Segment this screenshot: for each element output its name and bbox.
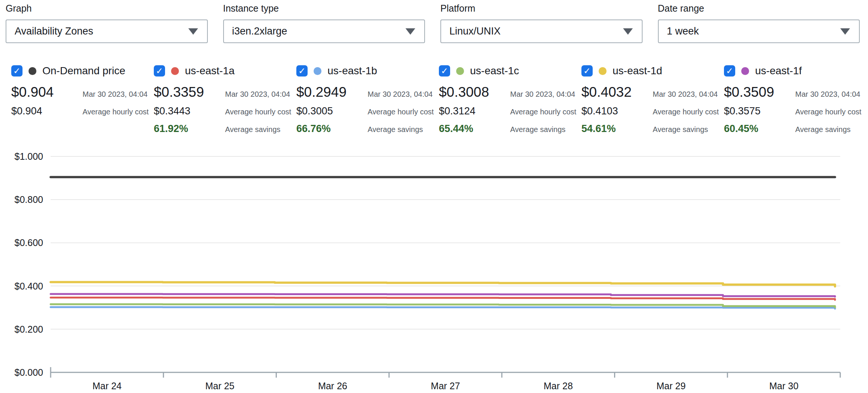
series-checkbox[interactable]: ✓ xyxy=(11,65,23,76)
series-checkbox[interactable]: ✓ xyxy=(439,65,450,76)
latest-price-date: Mar 30 2023, 04:04 xyxy=(510,90,575,99)
platform-select-value: Linux/UNIX xyxy=(449,26,501,37)
latest-price-row: $0.2949 Mar 30 2023, 04:04 xyxy=(296,84,439,100)
x-axis-tick-label: Mar 30 xyxy=(769,381,799,391)
y-axis-tick-label: $0.400 xyxy=(15,281,43,291)
legend-item: ✓ us-east-1f $0.3509 Mar 30 2023, 04:04 … xyxy=(724,64,866,135)
latest-price-date: Mar 30 2023, 04:04 xyxy=(795,90,860,99)
avg-cost-label: Average hourly cost xyxy=(653,108,719,116)
latest-price-row: $0.904 Mar 30 2023, 04:04 xyxy=(11,84,154,100)
latest-price-row: $0.3008 Mar 30 2023, 04:04 xyxy=(439,84,581,100)
legend-item-header: ✓ us-east-1c xyxy=(439,64,581,78)
latest-price-value: $0.4032 xyxy=(581,84,653,100)
platform-select[interactable]: Linux/UNIX xyxy=(440,20,643,43)
series-line-us-east-1a xyxy=(51,297,835,300)
chevron-down-icon xyxy=(405,28,415,34)
series-checkbox[interactable]: ✓ xyxy=(724,65,735,76)
series-name: us-east-1f xyxy=(755,65,802,77)
series-name: us-east-1c xyxy=(470,65,519,77)
latest-price-date: Mar 30 2023, 04:04 xyxy=(653,90,718,99)
avg-cost-label: Average hourly cost xyxy=(368,108,434,116)
latest-price-value: $0.2949 xyxy=(296,84,368,100)
avg-cost-label: Average hourly cost xyxy=(225,108,291,116)
avg-savings-value: 65.44% xyxy=(439,123,510,135)
series-checkbox[interactable]: ✓ xyxy=(296,65,308,76)
x-axis-tick-label: Mar 29 xyxy=(656,381,686,391)
avg-savings-row: 65.44% Average savings xyxy=(439,123,581,135)
series-name: us-east-1a xyxy=(185,65,234,77)
y-axis-tick-label: $0.800 xyxy=(15,194,43,205)
control-date-range: Date range 1 week xyxy=(658,3,860,43)
instance-type-label: Instance type xyxy=(223,3,425,14)
graph-label: Graph xyxy=(6,3,208,14)
series-color-dot-icon xyxy=(29,67,36,75)
y-axis-tick-label: $0.200 xyxy=(15,324,43,334)
series-name: On-Demand price xyxy=(42,65,125,77)
graph-select[interactable]: Availability Zones xyxy=(6,20,208,43)
series-name: us-east-1b xyxy=(327,65,377,77)
series-line-us-east-1f xyxy=(51,294,835,297)
avg-cost-row: $0.3124 Average hourly cost xyxy=(439,105,581,117)
y-axis-tick-label: $0.000 xyxy=(15,367,43,378)
avg-savings-value: 60.45% xyxy=(724,123,795,135)
filter-controls: Graph Availability Zones Instance type i… xyxy=(6,3,860,43)
latest-price-value: $0.904 xyxy=(11,84,83,100)
latest-price-date: Mar 30 2023, 04:04 xyxy=(368,90,432,99)
series-color-dot-icon xyxy=(314,67,321,75)
avg-savings-value: 54.61% xyxy=(581,123,653,135)
instance-type-select-value: i3en.2xlarge xyxy=(232,26,287,37)
chevron-down-icon xyxy=(623,28,633,34)
avg-savings-value: 66.76% xyxy=(296,123,368,135)
avg-savings-label: Average savings xyxy=(795,125,851,134)
date-range-select-value: 1 week xyxy=(667,26,699,37)
graph-select-value: Availability Zones xyxy=(15,26,93,37)
price-history-svg: $1.000$0.800$0.600$0.400$0.200$0.000Mar … xyxy=(0,146,868,393)
avg-cost-value: $0.3443 xyxy=(154,105,225,117)
date-range-select[interactable]: 1 week xyxy=(658,20,860,43)
x-axis-tick-label: Mar 24 xyxy=(92,381,122,391)
platform-label: Platform xyxy=(440,3,643,14)
avg-cost-value: $0.904 xyxy=(11,105,83,117)
y-axis-tick-label: $1.000 xyxy=(15,151,43,162)
x-axis-tick-label: Mar 25 xyxy=(205,381,234,391)
avg-savings-label: Average savings xyxy=(368,125,423,134)
avg-cost-value: $0.3005 xyxy=(296,105,368,117)
series-legend: ✓ On-Demand price $0.904 Mar 30 2023, 04… xyxy=(11,64,866,135)
x-axis-tick-label: Mar 28 xyxy=(544,381,573,391)
price-history-chart: $1.000$0.800$0.600$0.400$0.200$0.000Mar … xyxy=(0,146,868,393)
legend-item: ✓ us-east-1b $0.2949 Mar 30 2023, 04:04 … xyxy=(296,64,439,135)
legend-item-header: ✓ us-east-1a xyxy=(154,64,296,78)
control-platform: Platform Linux/UNIX xyxy=(440,3,643,43)
instance-type-select[interactable]: i3en.2xlarge xyxy=(223,20,425,43)
x-axis-tick-label: Mar 26 xyxy=(318,381,347,391)
series-color-dot-icon xyxy=(456,67,464,75)
latest-price-row: $0.3509 Mar 30 2023, 04:04 xyxy=(724,84,866,100)
latest-price-value: $0.3008 xyxy=(439,84,510,100)
avg-cost-row: $0.3575 Average hourly cost xyxy=(724,105,866,117)
chevron-down-icon xyxy=(840,28,850,34)
legend-item: ✓ us-east-1d $0.4032 Mar 30 2023, 04:04 … xyxy=(581,64,724,135)
avg-cost-value: $0.3575 xyxy=(724,105,795,117)
control-graph: Graph Availability Zones xyxy=(6,3,208,43)
series-name: us-east-1d xyxy=(613,65,662,77)
latest-price-row: $0.3359 Mar 30 2023, 04:04 xyxy=(154,84,296,100)
series-checkbox[interactable]: ✓ xyxy=(154,65,165,76)
latest-price-date: Mar 30 2023, 04:04 xyxy=(83,90,147,99)
legend-item: ✓ us-east-1c $0.3008 Mar 30 2023, 04:04 … xyxy=(439,64,581,135)
avg-cost-row: $0.3005 Average hourly cost xyxy=(296,105,439,117)
series-color-dot-icon xyxy=(171,67,179,75)
control-instance-type: Instance type i3en.2xlarge xyxy=(223,3,425,43)
series-color-dot-icon xyxy=(741,67,749,75)
avg-cost-label: Average hourly cost xyxy=(83,108,149,116)
avg-savings-row: 61.92% Average savings xyxy=(154,123,296,135)
avg-savings-row: 66.76% Average savings xyxy=(296,123,439,135)
y-axis-tick-label: $0.600 xyxy=(15,237,43,248)
avg-savings-label: Average savings xyxy=(510,125,566,134)
latest-price-date: Mar 30 2023, 04:04 xyxy=(225,90,290,99)
date-range-label: Date range xyxy=(658,3,860,14)
series-checkbox[interactable]: ✓ xyxy=(581,65,593,76)
legend-item-header: ✓ On-Demand price xyxy=(11,64,154,78)
latest-price-value: $0.3509 xyxy=(724,84,795,100)
avg-cost-label: Average hourly cost xyxy=(510,108,576,116)
avg-cost-row: $0.4103 Average hourly cost xyxy=(581,105,724,117)
